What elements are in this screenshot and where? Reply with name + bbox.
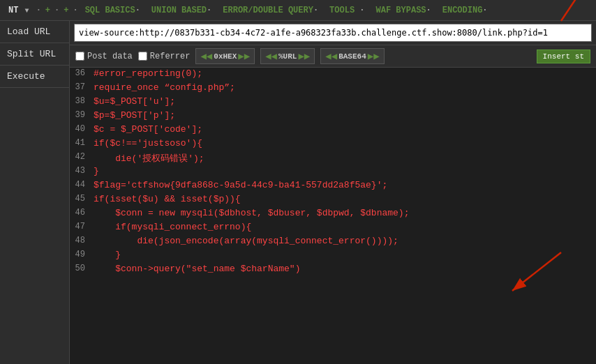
menu-waf[interactable]: WAF BYPASS· [371,3,437,18]
table-row: 43 } [70,165,596,179]
referrer-checkbox[interactable] [138,52,147,61]
line-code: $flag='ctfshow{9dfa868c-9a5d-44c9-ba41-5… [91,179,596,193]
menu-plus1[interactable]: + [43,6,53,15]
main-container: Load URL Split URL Execute Post data [0,21,596,364]
line-number: 37 [70,82,91,96]
line-code: die('授权码错误'); [91,151,596,165]
execute-button[interactable]: Execute [0,66,69,88]
line-code: $c = $_POST['code']; [91,123,596,137]
line-number: 38 [70,96,91,109]
line-code: } [91,249,596,263]
table-row: 45 if(isset($u) && isset($p)){ [70,193,596,207]
hex-encode-btn[interactable]: ◀◀ 0xHEX ▶▶ [195,48,255,64]
url-input[interactable] [74,24,592,42]
code-table: 36 #error_reporting(0); 37 require_once … [70,68,596,277]
line-number: 46 [70,207,91,221]
line-code: $p=$_POST['p']; [91,109,596,123]
line-number: 49 [70,249,91,263]
url-arrow-right: ▶▶ [298,50,310,62]
table-row: 46 $conn = new mysqli($dbhost, $dbuser, … [70,207,596,221]
line-number: 39 [70,109,91,123]
table-row: 47 if(mysqli_connect_errno){ [70,221,596,235]
table-row: 50 $conn->query("set_name $charName") [70,263,596,277]
content-area: Post data Referrer ◀◀ 0xHEX ▶▶ ◀◀ %URL ▶… [70,21,596,364]
line-code: $conn->query("set_name $charName") [91,263,596,277]
menu-dot1: · [35,6,43,15]
base64-encode-btn[interactable]: ◀◀ BASE64 ▶▶ [320,48,384,64]
url-encode-btn[interactable]: ◀◀ %URL ▶▶ [260,48,315,64]
line-number: 36 [70,68,91,82]
line-code: if(isset($u) && isset($p)){ [91,193,596,207]
table-row: 44 $flag='ctfshow{9dfa868c-9a5d-44c9-ba4… [70,179,596,193]
menu-dot2: · [53,6,61,15]
referrer-label[interactable]: Referrer [138,52,191,61]
menu-union-based[interactable]: UNION BASED· [146,3,217,18]
menu-tools[interactable]: TOOLS · [324,3,370,18]
table-row: 40 $c = $_POST['code']; [70,123,596,137]
table-row: 39 $p=$_POST['p']; [70,109,596,123]
line-number: 40 [70,123,91,137]
line-code: if(mysqli_connect_errno){ [91,221,596,235]
line-code: $u=$_POST['u']; [91,96,596,109]
line-code: } [91,165,596,179]
table-row: 37 require_once “config.php”; [70,82,596,96]
line-number: 47 [70,221,91,235]
code-area: 36 #error_reporting(0); 37 require_once … [70,68,596,364]
table-row: 42 die('授权码错误'); [70,151,596,165]
table-row: 48 die(json_encode(array(mysqli_connect_… [70,235,596,249]
split-url-button[interactable]: Split URL [0,43,69,66]
line-number: 50 [70,263,91,277]
menu-error-double[interactable]: ERROR/DOUBLE QUERY· [217,3,324,18]
line-number: 45 [70,193,91,207]
line-number: 41 [70,137,91,151]
base64-arrow-left: ◀◀ [325,50,337,62]
line-number: 43 [70,165,91,179]
table-row: 38 $u=$_POST['u']; [70,96,596,109]
line-code: #error_reporting(0); [91,68,596,82]
menu-dot3: · [71,6,79,15]
line-code: require_once “config.php”; [91,82,596,96]
menu-bar: NT ▼ · + · + · SQL BASICS· UNION BASED· … [0,0,596,21]
load-url-button[interactable]: Load URL [0,21,69,43]
menu-encoding[interactable]: ENCODING· [437,3,493,18]
line-code: $conn = new mysqli($dbhost, $dbuser, $db… [91,207,596,221]
url-arrow-left: ◀◀ [265,50,277,62]
line-code: die(json_encode(array(mysqli_connect_err… [91,235,596,249]
base64-arrow-right: ▶▶ [368,50,380,62]
url-bar [70,21,596,45]
line-number: 48 [70,235,91,249]
line-number: 42 [70,151,91,165]
table-row: 41 if($c!=='justsoso'){ [70,137,596,151]
line-code: if($c!=='justsoso'){ [91,137,596,151]
post-data-label[interactable]: Post data [75,52,133,61]
table-row: 49 } [70,249,596,263]
toolbar: Post data Referrer ◀◀ 0xHEX ▶▶ ◀◀ %URL ▶… [70,45,596,68]
table-row: 36 #error_reporting(0); [70,68,596,82]
sidebar: Load URL Split URL Execute [0,21,70,364]
menu-nt[interactable]: NT ▼ [3,3,35,18]
line-number: 44 [70,179,91,193]
hex-arrow-right: ▶▶ [238,50,250,62]
menu-sql-basics[interactable]: SQL BASICS· [80,3,146,18]
hex-arrow-left: ◀◀ [200,50,212,62]
menu-plus2[interactable]: + [61,6,71,15]
insert-button[interactable]: Insert st [537,50,590,63]
post-data-checkbox[interactable] [75,52,84,61]
